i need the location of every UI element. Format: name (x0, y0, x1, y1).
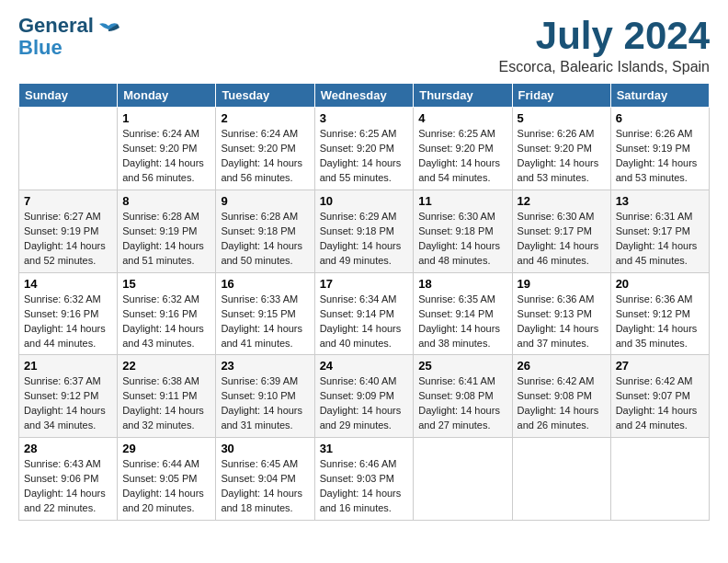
calendar-cell (610, 438, 709, 521)
calendar-week-row: 14 Sunrise: 6:32 AMSunset: 9:16 PMDaylig… (19, 272, 710, 355)
cell-info: Sunrise: 6:29 AMSunset: 9:18 PMDaylight:… (320, 211, 402, 266)
calendar-cell: 26 Sunrise: 6:42 AMSunset: 9:08 PMDaylig… (512, 355, 610, 438)
day-number: 2 (221, 111, 309, 125)
cell-info: Sunrise: 6:36 AMSunset: 9:12 PMDaylight:… (616, 293, 698, 349)
day-number: 15 (122, 277, 210, 291)
weekday-header: Sunday (19, 84, 118, 108)
day-number: 5 (518, 111, 606, 125)
day-number: 27 (616, 359, 704, 373)
day-number: 6 (616, 111, 704, 125)
cell-info: Sunrise: 6:25 AMSunset: 9:20 PMDaylight:… (418, 128, 500, 183)
cell-info: Sunrise: 6:35 AMSunset: 9:14 PMDaylight:… (418, 293, 500, 349)
calendar-cell: 21 Sunrise: 6:37 AMSunset: 9:12 PMDaylig… (19, 355, 118, 438)
calendar-cell: 5 Sunrise: 6:26 AMSunset: 9:20 PMDayligh… (512, 108, 610, 190)
cell-info: Sunrise: 6:28 AMSunset: 9:19 PMDaylight:… (122, 211, 204, 266)
cell-info: Sunrise: 6:34 AMSunset: 9:14 PMDaylight:… (320, 293, 402, 349)
month-title: July 2024 (499, 15, 710, 57)
calendar-cell: 19 Sunrise: 6:36 AMSunset: 9:13 PMDaylig… (512, 272, 610, 355)
calendar-cell: 8 Sunrise: 6:28 AMSunset: 9:19 PMDayligh… (118, 190, 216, 272)
weekday-header: Monday (118, 84, 216, 108)
calendar-cell: 6 Sunrise: 6:26 AMSunset: 9:19 PMDayligh… (610, 108, 709, 190)
calendar-cell: 27 Sunrise: 6:42 AMSunset: 9:07 PMDaylig… (610, 355, 709, 438)
calendar-cell: 28 Sunrise: 6:43 AMSunset: 9:06 PMDaylig… (19, 438, 118, 521)
calendar-cell (414, 438, 512, 521)
logo: GeneralBlue (18, 15, 121, 59)
cell-info: Sunrise: 6:25 AMSunset: 9:20 PMDaylight:… (320, 128, 402, 183)
calendar-cell: 30 Sunrise: 6:45 AMSunset: 9:04 PMDaylig… (216, 438, 314, 521)
calendar-cell: 2 Sunrise: 6:24 AMSunset: 9:20 PMDayligh… (216, 108, 314, 190)
cell-info: Sunrise: 6:32 AMSunset: 9:16 PMDaylight:… (122, 293, 204, 349)
location: Escorca, Balearic Islands, Spain (499, 59, 710, 75)
day-number: 28 (24, 442, 112, 455)
day-number: 7 (24, 194, 112, 208)
cell-info: Sunrise: 6:37 AMSunset: 9:12 PMDaylight:… (24, 375, 106, 431)
day-number: 18 (418, 277, 506, 291)
day-number: 4 (418, 111, 506, 125)
cell-info: Sunrise: 6:26 AMSunset: 9:20 PMDaylight:… (518, 128, 599, 183)
weekday-header: Friday (512, 84, 610, 108)
title-block: July 2024 Escorca, Balearic Islands, Spa… (499, 15, 710, 75)
calendar-cell: 22 Sunrise: 6:38 AMSunset: 9:11 PMDaylig… (118, 355, 216, 438)
calendar-cell: 3 Sunrise: 6:25 AMSunset: 9:20 PMDayligh… (314, 108, 414, 190)
cell-info: Sunrise: 6:28 AMSunset: 9:18 PMDaylight:… (221, 211, 302, 266)
cell-info: Sunrise: 6:38 AMSunset: 9:11 PMDaylight:… (122, 375, 204, 431)
calendar-table: SundayMondayTuesdayWednesdayThursdayFrid… (18, 83, 710, 521)
day-number: 12 (518, 194, 606, 208)
calendar-cell: 25 Sunrise: 6:41 AMSunset: 9:08 PMDaylig… (414, 355, 512, 438)
cell-info: Sunrise: 6:33 AMSunset: 9:15 PMDaylight:… (221, 293, 302, 349)
day-number: 14 (24, 277, 112, 291)
calendar-cell: 11 Sunrise: 6:30 AMSunset: 9:18 PMDaylig… (414, 190, 512, 272)
cell-info: Sunrise: 6:39 AMSunset: 9:10 PMDaylight:… (221, 375, 302, 431)
page-header: GeneralBlue July 2024 Escorca, Balearic … (18, 15, 710, 75)
calendar-cell: 13 Sunrise: 6:31 AMSunset: 9:17 PMDaylig… (610, 190, 709, 272)
cell-info: Sunrise: 6:45 AMSunset: 9:04 PMDaylight:… (221, 458, 302, 513)
calendar-cell: 4 Sunrise: 6:25 AMSunset: 9:20 PMDayligh… (414, 108, 512, 190)
cell-info: Sunrise: 6:24 AMSunset: 9:20 PMDaylight:… (122, 128, 204, 183)
day-number: 31 (320, 442, 409, 455)
logo-bird-icon (96, 22, 121, 42)
calendar-cell: 12 Sunrise: 6:30 AMSunset: 9:17 PMDaylig… (512, 190, 610, 272)
day-number: 11 (418, 194, 506, 208)
cell-info: Sunrise: 6:42 AMSunset: 9:07 PMDaylight:… (616, 375, 698, 431)
calendar-cell (19, 108, 118, 190)
day-number: 3 (320, 111, 409, 125)
cell-info: Sunrise: 6:30 AMSunset: 9:18 PMDaylight:… (418, 211, 500, 266)
cell-info: Sunrise: 6:40 AMSunset: 9:09 PMDaylight:… (320, 375, 402, 431)
cell-info: Sunrise: 6:26 AMSunset: 9:19 PMDaylight:… (616, 128, 698, 183)
day-number: 30 (221, 442, 309, 455)
weekday-header: Saturday (610, 84, 709, 108)
calendar-cell: 7 Sunrise: 6:27 AMSunset: 9:19 PMDayligh… (19, 190, 118, 272)
cell-info: Sunrise: 6:41 AMSunset: 9:08 PMDaylight:… (418, 375, 500, 431)
weekday-header-row: SundayMondayTuesdayWednesdayThursdayFrid… (19, 84, 710, 108)
day-number: 21 (24, 359, 112, 373)
calendar-cell: 31 Sunrise: 6:46 AMSunset: 9:03 PMDaylig… (314, 438, 414, 521)
day-number: 26 (518, 359, 606, 373)
cell-info: Sunrise: 6:42 AMSunset: 9:08 PMDaylight:… (518, 375, 599, 431)
cell-info: Sunrise: 6:43 AMSunset: 9:06 PMDaylight:… (24, 458, 106, 513)
calendar-cell: 24 Sunrise: 6:40 AMSunset: 9:09 PMDaylig… (314, 355, 414, 438)
calendar-cell: 16 Sunrise: 6:33 AMSunset: 9:15 PMDaylig… (216, 272, 314, 355)
day-number: 22 (122, 359, 210, 373)
day-number: 10 (320, 194, 409, 208)
cell-info: Sunrise: 6:36 AMSunset: 9:13 PMDaylight:… (518, 293, 599, 349)
day-number: 1 (122, 111, 210, 125)
calendar-week-row: 21 Sunrise: 6:37 AMSunset: 9:12 PMDaylig… (19, 355, 710, 438)
day-number: 13 (616, 194, 704, 208)
calendar-cell: 14 Sunrise: 6:32 AMSunset: 9:16 PMDaylig… (19, 272, 118, 355)
calendar-week-row: 28 Sunrise: 6:43 AMSunset: 9:06 PMDaylig… (19, 438, 710, 521)
cell-info: Sunrise: 6:44 AMSunset: 9:05 PMDaylight:… (122, 458, 204, 513)
calendar-cell: 20 Sunrise: 6:36 AMSunset: 9:12 PMDaylig… (610, 272, 709, 355)
cell-info: Sunrise: 6:46 AMSunset: 9:03 PMDaylight:… (320, 458, 402, 513)
cell-info: Sunrise: 6:31 AMSunset: 9:17 PMDaylight:… (616, 211, 698, 266)
weekday-header: Thursday (414, 84, 512, 108)
day-number: 25 (418, 359, 506, 373)
day-number: 24 (320, 359, 409, 373)
day-number: 9 (221, 194, 309, 208)
calendar-cell: 29 Sunrise: 6:44 AMSunset: 9:05 PMDaylig… (118, 438, 216, 521)
calendar-cell: 10 Sunrise: 6:29 AMSunset: 9:18 PMDaylig… (314, 190, 414, 272)
calendar-week-row: 1 Sunrise: 6:24 AMSunset: 9:20 PMDayligh… (19, 108, 710, 190)
weekday-header: Wednesday (314, 84, 414, 108)
day-number: 17 (320, 277, 409, 291)
logo-text: GeneralBlue (18, 15, 94, 59)
calendar-cell: 18 Sunrise: 6:35 AMSunset: 9:14 PMDaylig… (414, 272, 512, 355)
